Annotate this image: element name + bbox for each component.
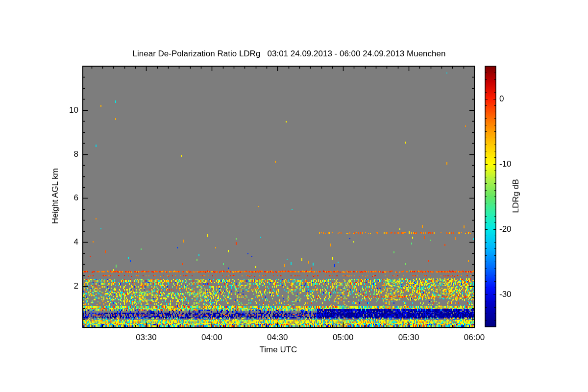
chart-title: Linear De-Polarization Ratio LDRg 03:01 … [93, 49, 485, 59]
x-tick-label: 04:30 [260, 333, 294, 343]
y-tick-label: 10 [51, 105, 78, 115]
colorbar-tick-label: -10 [499, 159, 529, 169]
x-tick-label: 05:30 [392, 333, 426, 343]
x-tick-label: 04:00 [195, 333, 229, 343]
y-tick-label: 2 [51, 281, 78, 291]
y-tick-label: 8 [51, 149, 78, 159]
colorbar-tick-label: -30 [499, 290, 529, 299]
x-tick-label: 06:00 [457, 333, 491, 343]
colorbar-tick-label: 0 [499, 94, 529, 104]
colorbar-tick-label: -20 [499, 224, 529, 234]
x-tick-label: 03:30 [129, 333, 163, 343]
y-tick-label: 4 [51, 237, 78, 247]
x-axis-label: Time UTC [82, 345, 474, 355]
y-tick-label: 6 [51, 193, 78, 203]
lidar-quicklook-figure: Linear De-Polarization Ratio LDRg 03:01 … [0, 0, 588, 392]
colorbar-label: LDRg dB [511, 179, 521, 213]
x-tick-label: 05:00 [326, 333, 360, 343]
